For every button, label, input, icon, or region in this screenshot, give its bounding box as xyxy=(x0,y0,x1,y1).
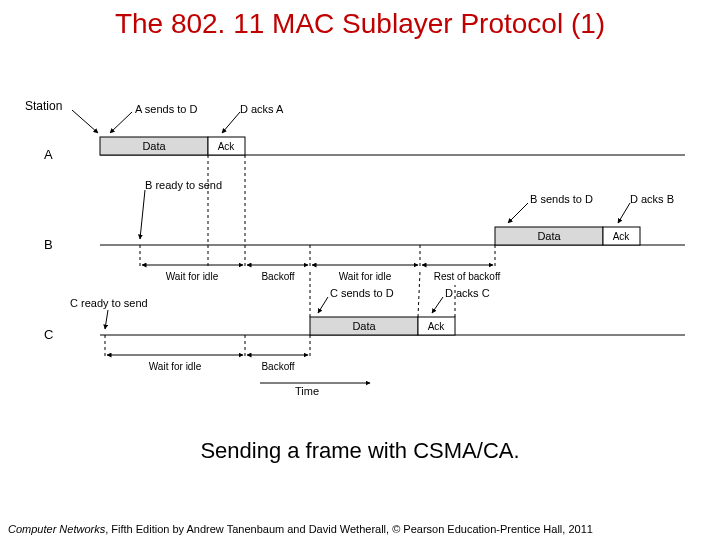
d-acks-a: D acks A xyxy=(240,103,284,115)
label-a: A xyxy=(44,147,53,162)
b-backoff: Backoff xyxy=(261,271,294,282)
b-sends-d: B sends to D xyxy=(530,193,593,205)
b-ack-label: Ack xyxy=(613,231,631,242)
a-ack-label: Ack xyxy=(218,141,236,152)
b-data-label: Data xyxy=(537,230,561,242)
svg-line-6 xyxy=(110,112,132,133)
slide-title: The 802. 11 MAC Sublayer Protocol (1) xyxy=(0,8,720,40)
label-station: Station xyxy=(25,99,62,113)
c-sends-d: C sends to D xyxy=(330,287,394,299)
a-sends-d: A sends to D xyxy=(135,103,197,115)
svg-line-34 xyxy=(318,297,328,313)
svg-line-22 xyxy=(618,203,630,223)
svg-line-21 xyxy=(508,203,528,223)
footer-book-title: Computer Networks xyxy=(8,523,105,535)
a-data-label: Data xyxy=(142,140,166,152)
svg-line-7 xyxy=(222,112,240,133)
c-ack-label: Ack xyxy=(428,321,446,332)
c-backoff: Backoff xyxy=(261,361,294,372)
b-ready: B ready to send xyxy=(145,179,222,191)
b-rest-backoff: Rest of backoff xyxy=(434,271,501,282)
footer-rest: , Fifth Edition by Andrew Tanenbaum and … xyxy=(105,523,593,535)
svg-line-35 xyxy=(432,297,443,313)
c-ready: C ready to send xyxy=(70,297,148,309)
d-acks-b: D acks B xyxy=(630,193,674,205)
c-data-label: Data xyxy=(352,320,376,332)
svg-line-5 xyxy=(72,110,98,133)
time-label: Time xyxy=(295,385,319,395)
slide-caption: Sending a frame with CSMA/CA. xyxy=(0,438,720,464)
d-acks-c: D acks C xyxy=(445,287,490,299)
svg-line-10 xyxy=(140,190,145,239)
b-wait-idle-1: Wait for idle xyxy=(166,271,219,282)
slide-footer: Computer Networks, Fifth Edition by Andr… xyxy=(8,523,712,535)
b-wait-idle-2: Wait for idle xyxy=(339,271,392,282)
svg-line-23 xyxy=(105,310,108,329)
csma-ca-diagram: Station A B C Data Ack A sends to D D ac… xyxy=(0,85,720,395)
c-wait-idle: Wait for idle xyxy=(149,361,202,372)
label-c: C xyxy=(44,327,53,342)
label-b: B xyxy=(44,237,53,252)
svg-line-32 xyxy=(418,271,420,317)
